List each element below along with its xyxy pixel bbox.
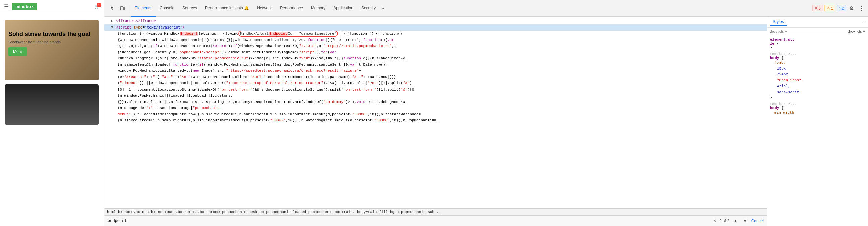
tab-memory[interactable]: Memory [307, 0, 330, 17]
search-next-button[interactable]: ▼ [742, 218, 749, 224]
styles-chevron[interactable]: » [863, 20, 865, 25]
device-emulation-button[interactable] [117, 4, 128, 13]
styles-content: element.style { } template_5... body { f… [768, 35, 868, 226]
tab-performance-insights[interactable]: Performance insights 🔔 [201, 0, 253, 17]
css-property-line: font: [770, 60, 865, 66]
css-value-line: sans-serif; [770, 89, 865, 95]
filter-input[interactable] [770, 29, 846, 33]
error-count: 6 [819, 6, 821, 10]
code-line: ("timeout")}i||window.PopMechanic||conso… [104, 80, 767, 86]
code-line: ▶ <iframe>…</iframe> [104, 18, 767, 25]
code-line: (n.debugMode="1"===sessionStorage["popme… [104, 105, 767, 111]
code-line: (function () {window.MindboxEndpointSett… [104, 30, 767, 37]
code-line: {n.slaRequired=!1,n.sampleSent=!1,n.slaT… [104, 117, 767, 124]
hamburger-icon[interactable]: ☰ [4, 3, 9, 10]
info-count: 2 [841, 6, 843, 10]
error-icon: ✕ [815, 6, 818, 10]
css-close-brace: } [770, 95, 865, 100]
site-header: ☰ mindbox 🛒 1 [0, 0, 103, 13]
code-line: window.PopMechanic.initStartedAt;(new Im… [104, 68, 767, 74]
warning-icon: ⚠ [827, 6, 830, 10]
css-rule-element: element.style { } [770, 37, 865, 50]
css-value-line: /24px [770, 72, 865, 78]
code-line: [0],-1!==document.location.toString().in… [104, 86, 767, 93]
breadcrumb: html.bx-core.bx-mac.bx-no-touch.bx-retin… [104, 208, 767, 215]
code-line: r=0;r<a.length;r++)a[r].src.indexOf("sta… [104, 55, 767, 62]
code-content[interactable]: ▶ <iframe>…</iframe> ▼ <script type="tex… [104, 17, 767, 208]
hero-image: Solid strive towards the goal Sportswear… [5, 20, 98, 81]
code-line: (e?"&reason="+e:"")+"&t="+t+"&c="+window… [104, 74, 767, 81]
error-badge[interactable]: ✕ 6 [812, 5, 823, 11]
styles-panel: Styles » :hov .cls + element.style { [768, 17, 868, 226]
code-line: {}}).client=n.client||c,n.formHash=s,n.i… [104, 99, 767, 105]
svg-rect-0 [120, 7, 123, 10]
search-input[interactable] [107, 219, 710, 223]
code-line-script: ▼ <script type="text/javascript"> [104, 25, 767, 31]
site-logo: mindbox [12, 3, 37, 10]
info-icon: ℹ [839, 6, 840, 10]
more-tabs-button[interactable]: » [380, 6, 386, 11]
more-options-button[interactable]: ⋮ [857, 4, 866, 13]
tab-network[interactable]: Network [253, 0, 276, 17]
cart-icon-wrap[interactable]: 🛒 1 [94, 4, 99, 9]
css-close-brace: } [770, 46, 865, 50]
svg-rect-1 [123, 8, 125, 10]
website-preview: ☰ mindbox 🛒 1 Solid strive towards the g… [0, 0, 104, 226]
styles-tab[interactable]: Styles [770, 18, 786, 26]
css-rule-body: template_5... body { font: 15px /24px "O… [770, 52, 865, 100]
site-content: Solid strive towards the goal Sportswear… [0, 13, 103, 132]
code-line: {window.PopMechanic=window.PopMechanic||… [104, 37, 767, 43]
code-line: debug"]),n.loadedTimestamp=Date.now(),n.… [104, 111, 767, 118]
info-badge[interactable]: ℹ 2 [837, 5, 846, 11]
cart-badge: 1 [96, 3, 101, 7]
toolbar-separator [129, 5, 129, 12]
code-line: e,t,n,o,c,i,a,s;if(window.PopMechanicMut… [104, 43, 767, 49]
tab-console[interactable]: Console [155, 0, 178, 17]
code-panel: ▶ <iframe>…</iframe> ▼ <script type="tex… [104, 17, 768, 226]
css-rule-body2: template_5... body { min-width [770, 102, 865, 116]
bottom-image [5, 85, 98, 125]
devtools-main: ▶ <iframe>…</iframe> ▼ <script type="tex… [104, 17, 868, 226]
tab-sources[interactable]: Sources [178, 0, 201, 17]
inspect-element-button[interactable] [106, 4, 117, 13]
hero-text-overlay: Solid strive towards the goal Sportswear… [8, 30, 91, 56]
code-line: (n=window.PopMechanic||{loaded:!1,onLoad… [104, 92, 767, 99]
search-count: 2 of 2 [719, 219, 729, 223]
tab-application[interactable]: Application [330, 0, 357, 17]
hov-button[interactable]: :hov [848, 29, 855, 33]
search-clear-button[interactable]: ✕ [713, 218, 716, 223]
search-bar: ✕ 2 of 2 ▲ ▼ Cancel [104, 215, 767, 226]
tab-elements[interactable]: Elements [131, 0, 155, 17]
devtools-toolbar: Elements Console Sources Performance ins… [104, 0, 868, 17]
warning-count: 1 [831, 6, 833, 10]
filter-icons: :hov .cls + [848, 29, 865, 33]
tab-performance[interactable]: Performance [276, 0, 307, 17]
warning-badge[interactable]: ⚠ 1 [825, 5, 836, 11]
settings-button[interactable]: ⚙ [847, 4, 856, 13]
devtools-panel: Elements Console Sources Performance ins… [104, 0, 868, 226]
styles-toolbar: Styles » [768, 17, 868, 28]
code-line: (i=document.getElementById("popmechanic-… [104, 49, 767, 56]
css-selector: body { [770, 106, 865, 110]
css-value-line: 15px [770, 66, 865, 72]
toolbar-right: ✕ 6 ⚠ 1 ℹ 2 ⚙ ⋮ [812, 4, 866, 13]
search-cancel-button[interactable]: Cancel [751, 219, 764, 223]
more-button[interactable]: More [8, 47, 27, 56]
tab-security[interactable]: Security [357, 0, 380, 17]
hero-subtitle: Sportswear from leading brands [8, 40, 91, 44]
css-value-line: "Open Sans", [770, 78, 865, 84]
css-source: template_5... [770, 52, 865, 56]
css-source2: template_5... [770, 102, 865, 106]
css-value-line: Arial, [770, 84, 865, 89]
search-prev-button[interactable]: ▲ [732, 218, 739, 224]
css-property-line: min-width [770, 110, 865, 116]
hero-title: Solid strive towards the goal [8, 30, 91, 38]
add-rule-button[interactable]: + [863, 29, 865, 33]
css-selector: body { [770, 56, 865, 60]
cls-button[interactable]: .cls [856, 29, 862, 33]
css-selector: element.style { [770, 37, 865, 46]
code-line: (n.sampleSent&&n.loaded||function(e){if(… [104, 62, 767, 68]
filter-bar: :hov .cls + [768, 28, 868, 35]
